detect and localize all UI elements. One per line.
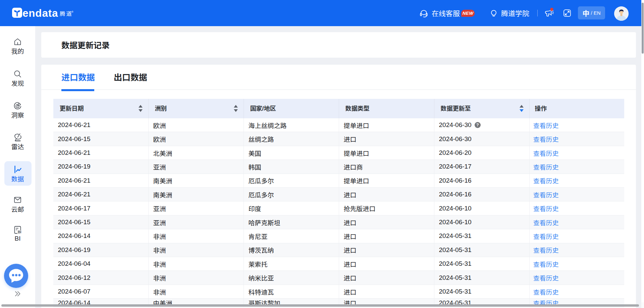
svg-text:BI: BI — [18, 230, 21, 234]
